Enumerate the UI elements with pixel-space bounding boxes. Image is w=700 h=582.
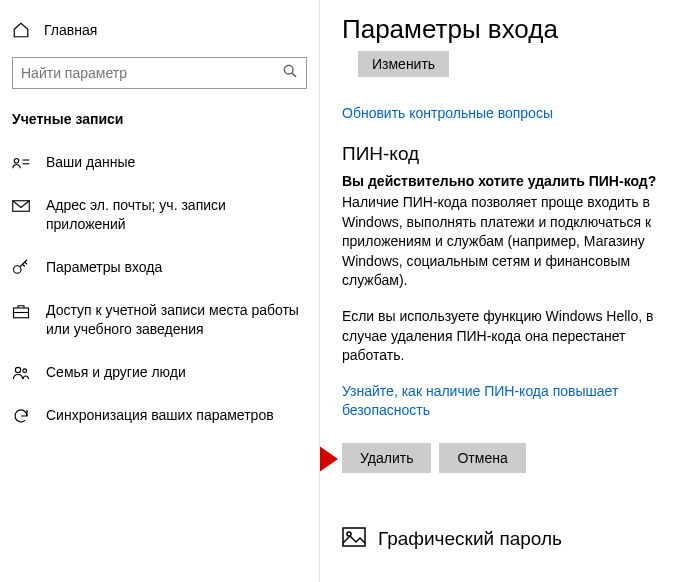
envelope-icon — [12, 197, 30, 215]
key-icon — [12, 259, 30, 277]
svg-marker-11 — [320, 445, 338, 473]
sync-icon — [12, 407, 30, 425]
pin-question: Вы действительно хотите удалить ПИН-код? — [342, 173, 678, 189]
pin-heading: ПИН-код — [342, 143, 678, 165]
change-button[interactable]: Изменить — [358, 51, 449, 77]
sidebar-item-label: Синхронизация ваших параметров — [46, 406, 274, 425]
delete-button[interactable]: Удалить — [342, 443, 431, 473]
sidebar-item-label: Параметры входа — [46, 258, 162, 277]
sidebar-item-label: Ваши данные — [46, 153, 135, 172]
page-title: Параметры входа — [342, 14, 678, 45]
home-icon — [12, 21, 30, 39]
sidebar-item-signin-options[interactable]: Параметры входа — [0, 246, 319, 289]
svg-point-0 — [284, 65, 293, 74]
svg-rect-12 — [343, 528, 365, 546]
home-label: Главная — [44, 22, 97, 38]
search-input[interactable] — [21, 65, 282, 81]
picture-icon — [342, 527, 366, 551]
svg-line-1 — [292, 73, 296, 77]
svg-point-10 — [23, 368, 27, 372]
sidebar-nav: Ваши данные Адрес эл. почты; уч. записи … — [0, 141, 319, 437]
sidebar-item-email[interactable]: Адрес эл. почты; уч. записи приложений — [0, 184, 319, 246]
security-questions-link[interactable]: Обновить контрольные вопросы — [342, 105, 678, 121]
picture-password-section: Графический пароль — [342, 527, 678, 551]
search-box[interactable] — [12, 57, 307, 89]
sidebar-item-work-access[interactable]: Доступ к учетной записи места работы или… — [0, 289, 319, 351]
pin-warning: Если вы используете функцию Windows Hell… — [342, 307, 678, 366]
pin-description: Наличие ПИН-кода позволяет проще входить… — [342, 193, 678, 291]
people-icon — [12, 364, 30, 382]
red-arrow-icon — [320, 445, 338, 477]
sidebar-item-your-info[interactable]: Ваши данные — [0, 141, 319, 184]
home-link[interactable]: Главная — [0, 14, 319, 49]
main-content: Параметры входа Изменить Обновить контро… — [320, 0, 700, 582]
picture-password-heading: Графический пароль — [378, 528, 562, 550]
cancel-button[interactable]: Отмена — [439, 443, 525, 473]
sidebar-item-label: Адрес эл. почты; уч. записи приложений — [46, 196, 307, 234]
pin-button-row: Удалить Отмена — [342, 443, 678, 473]
sidebar-item-family[interactable]: Семья и другие люди — [0, 351, 319, 394]
sidebar: Главная Учетные записи Ваши данные — [0, 0, 320, 582]
search-icon — [282, 63, 298, 83]
briefcase-icon — [12, 302, 30, 320]
svg-point-2 — [14, 159, 19, 164]
svg-point-6 — [14, 266, 22, 274]
sidebar-section-title: Учетные записи — [0, 105, 319, 141]
sidebar-item-sync[interactable]: Синхронизация ваших параметров — [0, 394, 319, 437]
sidebar-item-label: Семья и другие люди — [46, 363, 186, 382]
svg-point-9 — [15, 367, 20, 372]
learn-more-link[interactable]: Узнайте, как наличие ПИН-кода повышает б… — [342, 382, 678, 421]
person-badge-icon — [12, 154, 30, 172]
sidebar-item-label: Доступ к учетной записи места работы или… — [46, 301, 307, 339]
